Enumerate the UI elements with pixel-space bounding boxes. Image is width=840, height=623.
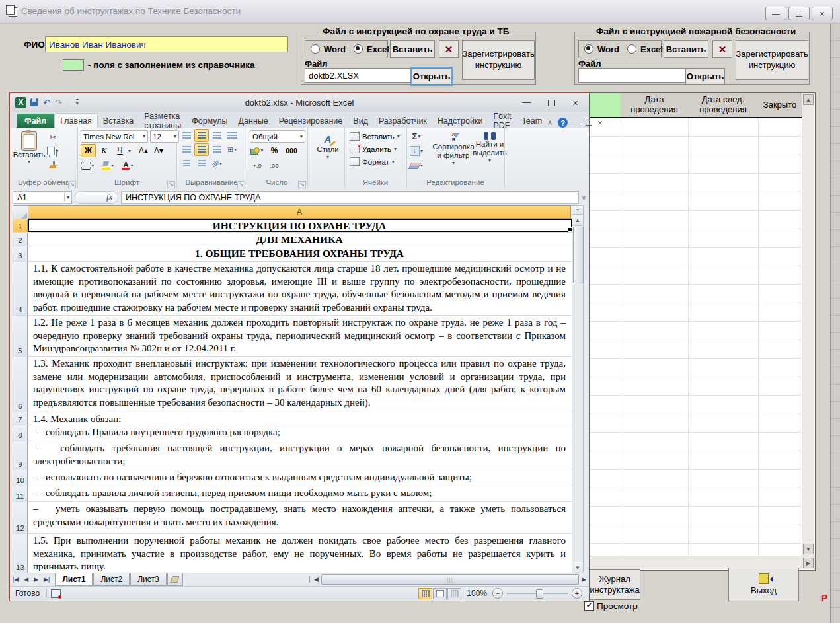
font-color-button[interactable]: A▾ bbox=[120, 159, 135, 172]
qat-customize-icon[interactable]: ▾ bbox=[76, 99, 79, 106]
row-header[interactable]: 5 bbox=[13, 316, 28, 356]
autosum-button[interactable]: Σ▾ bbox=[409, 130, 424, 143]
font-size-select[interactable]: 12▾ bbox=[150, 130, 179, 143]
comma-style-button[interactable]: 000 bbox=[284, 144, 299, 157]
shrink-font-button[interactable]: A▾ bbox=[151, 145, 166, 157]
tab-data[interactable]: Данные bbox=[233, 114, 274, 128]
accounting-format-button[interactable]: ▾ bbox=[250, 144, 264, 157]
number-dialog-launcher[interactable]: ↘ bbox=[298, 181, 306, 188]
align-right-button[interactable] bbox=[210, 143, 224, 156]
paste-button[interactable]: Вставить ▾ bbox=[15, 129, 44, 178]
zoom-out-button[interactable]: − bbox=[492, 588, 503, 599]
grid-vscrollbar[interactable]: ≡ ▲ ▼ bbox=[572, 205, 584, 573]
fire-file-input[interactable] bbox=[578, 68, 685, 83]
row-header[interactable]: 10 bbox=[13, 470, 28, 486]
fio-input[interactable] bbox=[45, 36, 288, 52]
ot-file-input[interactable] bbox=[305, 68, 412, 83]
increase-indent-button[interactable] bbox=[194, 157, 209, 170]
tab-foxit[interactable]: Foxit PDF bbox=[488, 114, 516, 128]
hscroll-right-button[interactable]: ▶ bbox=[579, 576, 589, 583]
cell[interactable]: – использовать по назначению и бережно о… bbox=[28, 470, 572, 486]
format-painter-button[interactable] bbox=[46, 159, 60, 171]
orientation-button[interactable]: ab▾ bbox=[210, 157, 224, 170]
save-icon[interactable] bbox=[30, 98, 38, 106]
zoom-level[interactable]: 100% bbox=[467, 589, 487, 598]
align-center-button[interactable] bbox=[194, 143, 209, 156]
merge-center-button[interactable]: ⊞▾ bbox=[225, 143, 239, 156]
tab-addins[interactable]: Надстройки bbox=[432, 114, 488, 128]
tab-file[interactable]: Файл bbox=[17, 114, 54, 128]
copy-button[interactable]: ▾ bbox=[46, 145, 60, 157]
redo-icon[interactable]: ↷ bbox=[55, 98, 62, 108]
row-header[interactable]: 7 bbox=[13, 412, 28, 425]
row-header[interactable]: 2 bbox=[13, 233, 28, 246]
decrease-indent-button[interactable] bbox=[179, 157, 194, 170]
wrap-text-button[interactable] bbox=[225, 129, 239, 142]
tab-team[interactable]: Team bbox=[517, 114, 548, 128]
ot-insert-button[interactable]: Вставить bbox=[390, 40, 435, 58]
excel-minimize-button[interactable]: — bbox=[522, 97, 531, 108]
cell[interactable]: 1.2. Не реже 1 раза в 6 месяцев механик … bbox=[28, 316, 572, 356]
next-sheet-button[interactable]: ▶ bbox=[31, 576, 41, 583]
close-button[interactable]: × bbox=[812, 7, 833, 20]
table-vscrollbar[interactable]: ▲ ▼ bbox=[802, 93, 814, 556]
underline-button[interactable]: Ч bbox=[112, 144, 128, 157]
clear-button[interactable]: ▾ bbox=[409, 159, 424, 172]
cell[interactable]: 1.3. Механик проходит внеплановый инстру… bbox=[28, 357, 572, 412]
fire-open-button[interactable]: Открыть bbox=[685, 68, 725, 85]
excel-close-button[interactable]: × bbox=[572, 97, 578, 108]
scroll-split-box[interactable]: ≡ bbox=[572, 206, 583, 215]
fire-register-button[interactable]: Зарегистрировать инструкцию bbox=[736, 40, 808, 80]
zoom-in-button[interactable]: + bbox=[572, 588, 582, 599]
ot-excel-radio[interactable] bbox=[354, 44, 363, 54]
row-header[interactable]: 4 bbox=[13, 262, 28, 315]
minimize-button[interactable]: — bbox=[765, 7, 786, 20]
align-bottom-button[interactable] bbox=[210, 129, 224, 142]
borders-button[interactable]: ▾ bbox=[81, 159, 95, 172]
cell-a1-selected[interactable]: ИНСТРУКЦИЯ ПО ОХРАНЕ ТРУДА bbox=[28, 219, 572, 232]
normal-view-button[interactable] bbox=[418, 588, 432, 599]
help-icon[interactable]: ? bbox=[558, 118, 568, 128]
cell[interactable]: – соблюдать требования настоящей инструк… bbox=[28, 441, 572, 470]
last-sheet-button[interactable]: ▶| bbox=[41, 576, 52, 583]
scroll-right-button[interactable]: ▶ bbox=[803, 558, 814, 568]
cell[interactable]: – соблюдать Правила внутреннего трудовог… bbox=[28, 425, 572, 441]
ot-open-button[interactable]: Открыть bbox=[412, 68, 451, 85]
first-sheet-button[interactable]: |◀ bbox=[10, 576, 21, 583]
excel-maximize-button[interactable] bbox=[548, 100, 555, 106]
row-header[interactable]: 9 bbox=[13, 441, 28, 470]
undo-icon[interactable]: ↶ bbox=[43, 98, 50, 108]
ot-register-button[interactable]: Зарегистрировать инструкцию bbox=[462, 40, 535, 80]
workbook-close-icon[interactable]: × bbox=[597, 118, 603, 128]
tab-developer[interactable]: Разработчик bbox=[373, 114, 432, 128]
cell[interactable]: 1.4. Механик обязан: bbox=[28, 412, 572, 425]
find-select-button[interactable]: Найти и выделить▾ bbox=[470, 130, 510, 166]
scroll-down-button[interactable]: ▼ bbox=[803, 544, 814, 554]
row-header[interactable]: 13 bbox=[13, 534, 28, 573]
vscroll-thumb[interactable] bbox=[573, 227, 584, 283]
font-dialog-launcher[interactable]: ↘ bbox=[167, 181, 175, 188]
cell[interactable]: – уметь оказывать первую помощь пострада… bbox=[28, 502, 572, 533]
sheet-tab-3[interactable]: Лист3 bbox=[130, 573, 167, 586]
sheet-tab-2[interactable]: Лист2 bbox=[93, 573, 130, 586]
tab-page-layout[interactable]: Разметка страницы bbox=[139, 114, 186, 128]
zoom-slider[interactable] bbox=[507, 593, 568, 594]
expand-formula-bar-icon[interactable]: ∨ bbox=[582, 194, 586, 201]
prev-sheet-button[interactable]: ◀ bbox=[21, 576, 31, 583]
cell[interactable]: 1.5. При выполнении порученной работы ме… bbox=[28, 534, 572, 573]
cell[interactable]: – соблюдать правила личной гигиены, пере… bbox=[28, 486, 572, 501]
page-layout-view-button[interactable] bbox=[433, 588, 447, 599]
fire-excel-radio[interactable] bbox=[627, 44, 636, 54]
grow-font-button[interactable]: A▴ bbox=[136, 145, 151, 157]
workbook-minimize-icon[interactable]: — bbox=[573, 119, 580, 127]
ot-clear-button[interactable]: ✕ bbox=[439, 40, 459, 58]
tab-view[interactable]: Вид bbox=[348, 114, 373, 128]
formula-input[interactable]: ИНСТРУКЦИЯ ПО ОХРАНЕ ТРУДА bbox=[121, 191, 579, 204]
cell[interactable]: 1. ОБЩИЕ ТРЕБОВАНИЯ ОХРАНЫ ТРУДА bbox=[28, 246, 572, 261]
font-name-select[interactable]: Times New Roi▾ bbox=[81, 130, 148, 143]
percent-button[interactable]: % bbox=[267, 144, 282, 157]
align-top-button[interactable] bbox=[179, 129, 194, 142]
journal-button[interactable]: Журнал инструктажа bbox=[589, 569, 640, 600]
tab-insert[interactable]: Вставка bbox=[98, 114, 139, 128]
fire-clear-button[interactable]: ✕ bbox=[712, 40, 732, 58]
